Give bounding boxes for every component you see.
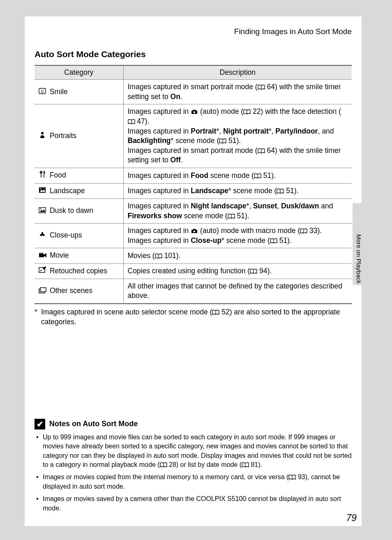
table-row: Other scenesAll other images that cannot… [35, 279, 352, 304]
description-cell: Images captured in Night landscape*, Sun… [123, 198, 352, 223]
categories-table: Category Description SmileImages capture… [35, 65, 352, 304]
category-cell: Landscape [35, 183, 123, 198]
table-row: LandscapeImages captured in Landscape* s… [35, 183, 352, 198]
list-item: Up to 999 images and movie files can be … [35, 433, 352, 470]
table-row: FoodImages captured in Food scene mode (… [35, 168, 352, 184]
description-cell: Images captured in Landscape* scene mode… [123, 183, 352, 198]
food-icon [39, 171, 46, 181]
category-name: Portraits [50, 132, 76, 140]
col-description: Description [123, 65, 352, 80]
category-cell: Other scenes [35, 279, 123, 304]
description-cell: Images captured in Food scene mode ( 51)… [123, 168, 352, 184]
retouch-icon [39, 266, 46, 276]
category-name: Close-ups [50, 231, 82, 239]
category-name: Movie [50, 251, 69, 259]
table-row: Dusk to dawnImages captured in Night lan… [35, 198, 352, 223]
description-cell: Movies ( 101). [123, 248, 352, 263]
description-cell: Images captured in (auto) mode ( 22) wit… [123, 104, 352, 168]
category-name: Retouched copies [50, 267, 107, 275]
table-row: MovieMovies ( 101). [35, 248, 352, 263]
closeup-icon [39, 231, 46, 241]
category-name: Smile [50, 88, 68, 96]
portrait-icon [39, 131, 46, 141]
svg-point-2 [43, 90, 44, 91]
category-cell: Smile [35, 80, 123, 104]
check-icon: ✔ [35, 419, 45, 429]
category-name: Other scenes [50, 286, 92, 295]
table-row: Retouched copiesCopies created using edi… [35, 263, 352, 279]
svg-point-17 [194, 231, 196, 233]
svg-rect-21 [39, 253, 41, 254]
movie-icon [39, 251, 46, 261]
notes-block: ✔ Notes on Auto Sort Mode Up to 999 imag… [35, 419, 352, 516]
description-cell: All other images that cannot be defined … [123, 279, 352, 304]
svg-point-1 [41, 90, 42, 91]
category-cell: Dusk to dawn [35, 198, 123, 223]
category-name: Dusk to dawn [50, 206, 93, 215]
svg-point-12 [40, 188, 42, 189]
svg-point-5 [194, 111, 196, 113]
table-row: PortraitsImages captured in (auto) mode … [35, 104, 352, 168]
category-cell: Food [35, 168, 123, 184]
other-icon [39, 286, 46, 296]
footnote: * Images captured in scene auto selector… [25, 304, 362, 327]
svg-rect-14 [39, 208, 46, 213]
description-cell: Copies created using editing function ( … [123, 263, 352, 279]
svg-point-4 [41, 132, 44, 134]
smile-icon [39, 87, 46, 97]
side-section-label: More on Playback [355, 234, 362, 284]
section-heading: Auto Sort Mode Categories [25, 49, 362, 59]
svg-rect-0 [39, 88, 46, 94]
col-category: Category [35, 65, 123, 80]
svg-rect-26 [40, 288, 46, 292]
category-name: Landscape [50, 187, 85, 195]
svg-rect-11 [39, 187, 46, 193]
category-cell: Close-ups [35, 224, 123, 248]
category-cell: Retouched copies [35, 263, 123, 279]
page-number: 79 [346, 512, 357, 524]
svg-point-15 [40, 208, 42, 210]
manual-page: Finding Images in Auto Sort Mode Auto So… [25, 16, 362, 526]
dusk-icon [39, 206, 46, 216]
notes-heading-text: Notes on Auto Sort Mode [49, 420, 138, 428]
notes-list: Up to 999 images and movie files can be … [35, 433, 352, 513]
list-item: Images or movies saved by a camera other… [35, 494, 352, 513]
list-item: Images or movies copied from the interna… [35, 473, 352, 491]
category-name: Food [50, 171, 66, 179]
table-row: Close-upsImages captured in (auto) mode … [35, 224, 352, 248]
description-cell: Images captured in (auto) mode with macr… [123, 224, 352, 248]
svg-rect-22 [42, 253, 43, 254]
svg-rect-20 [39, 254, 44, 257]
description-cell: Images captured in smart portrait mode (… [123, 80, 352, 104]
landscape-icon [39, 186, 46, 196]
page-header: Finding Images in Auto Sort Mode [25, 27, 362, 36]
table-row: SmileImages captured in smart portrait m… [35, 80, 352, 104]
category-cell: Movie [35, 248, 123, 263]
category-cell: Portraits [35, 104, 123, 168]
